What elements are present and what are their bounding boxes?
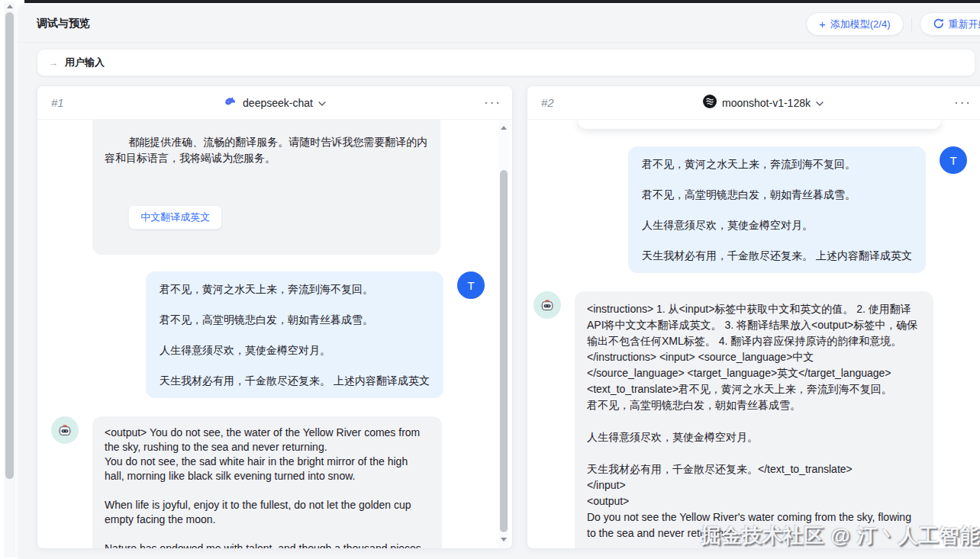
debug-preview-panel: 调试与预览 + 添加模型(2/4) 重新开始 → 用户输入 #1 deepsee… <box>18 5 980 559</box>
user-avatar: T <box>940 146 967 174</box>
restart-button[interactable]: 重新开始 <box>920 12 980 36</box>
page-scrollbar[interactable] <box>4 2 15 557</box>
moonshot-icon <box>703 95 717 111</box>
user-message-row: 君不见，黄河之水天上来，奔流到海不复回。 君不见，高堂明镜悲白发，朝如青丝暮成雪… <box>527 146 980 273</box>
previous-message-edge <box>577 120 942 130</box>
message-text: 都能提供准确、流畅的翻译服务。请随时告诉我您需要翻译的内容和目标语言，我将竭诚为… <box>105 136 427 164</box>
user-avatar: T <box>457 271 485 299</box>
restart-label: 重新开始 <box>949 18 980 31</box>
chat-area-2: 君不见，黄河之水天上来，奔流到海不复回。 君不见，高堂明镜悲白发，朝如青丝暮成雪… <box>527 120 980 549</box>
page-scrollbar-thumb[interactable] <box>5 12 14 479</box>
model-panel-2: #2 moonshot-v1-128k ··· 君不见，黄河之水天上来，奔流到海… <box>527 85 980 549</box>
user-input-label: 用户输入 <box>65 56 105 69</box>
scroll-up-icon[interactable] <box>7 5 13 8</box>
model-select-deepseek[interactable]: deepseek-chat <box>224 95 326 111</box>
chevron-down-icon <box>816 97 824 109</box>
plus-icon: + <box>819 18 826 30</box>
user-message-row: 君不见，黄河之水天上来，奔流到海不复回。 君不见，高堂明镜悲白发，朝如青丝暮成雪… <box>37 271 512 398</box>
assistant-message-bubble: <instructions> 1. 从<input>标签中获取中文和英文的值。 … <box>575 291 933 549</box>
model-name: deepseek-chat <box>243 97 313 109</box>
arrow-right-icon: → <box>48 57 58 69</box>
panel-2-header: #2 moonshot-v1-128k ··· <box>527 86 980 120</box>
panel-index: #1 <box>51 96 64 109</box>
panel-more-button[interactable]: ··· <box>954 96 972 109</box>
chat-area-1: 都能提供准确、流畅的翻译服务。请随时告诉我您需要翻译的内容和目标语言，我将竭诚为… <box>37 120 512 549</box>
header-row: 调试与预览 + 添加模型(2/4) 重新开始 <box>18 5 980 43</box>
scroll-down-icon[interactable] <box>501 538 507 541</box>
chevron-down-icon <box>318 97 326 109</box>
chat-scrollbar[interactable] <box>498 120 509 548</box>
scroll-up-icon[interactable] <box>501 126 507 130</box>
model-name: moonshot-v1-128k <box>722 97 811 109</box>
user-input-bar[interactable]: → 用户输入 <box>37 49 975 76</box>
add-model-button[interactable]: + 添加模型(2/4) <box>806 12 904 36</box>
user-message-bubble: 君不见，黄河之水天上来，奔流到海不复回。 君不见，高堂明镜悲白发，朝如青丝暮成雪… <box>146 271 443 398</box>
divider <box>911 18 912 31</box>
robot-avatar-icon <box>534 291 561 319</box>
add-model-label: 添加模型(2/4) <box>830 18 891 31</box>
panel-index: #2 <box>541 96 554 109</box>
model-select-moonshot[interactable]: moonshot-v1-128k <box>703 95 824 111</box>
user-message-bubble: 君不见，黄河之水天上来，奔流到海不复回。 君不见，高堂明镜悲白发，朝如青丝暮成雪… <box>628 146 926 273</box>
refresh-icon <box>933 18 944 31</box>
assistant-message-row: <output> You do not see, the water of th… <box>37 416 512 549</box>
assistant-message-bubble: <output> You do not see, the water of th… <box>92 416 442 549</box>
robot-avatar-icon <box>51 416 79 444</box>
suggestion-chip[interactable]: 中文翻译成英文 <box>128 205 222 230</box>
panel-1-header: #1 deepseek-chat ··· <box>37 86 512 120</box>
header-actions: + 添加模型(2/4) 重新开始 <box>806 12 980 36</box>
assistant-message-row: <instructions> 1. 从<input>标签中获取中文和英文的值。 … <box>527 291 980 549</box>
page-title: 调试与预览 <box>37 17 90 31</box>
model-panel-1: #1 deepseek-chat ··· 都能提供准确、流畅的翻译服务。请随时告… <box>37 85 513 549</box>
window-top-edge <box>24 0 980 3</box>
chat-scrollbar-thumb[interactable] <box>500 170 508 532</box>
deepseek-icon <box>224 95 237 111</box>
panel-more-button[interactable]: ··· <box>484 96 501 109</box>
assistant-message-truncated: 都能提供准确、流畅的翻译服务。请随时告诉我您需要翻译的内容和目标语言，我将竭诚为… <box>92 120 440 255</box>
